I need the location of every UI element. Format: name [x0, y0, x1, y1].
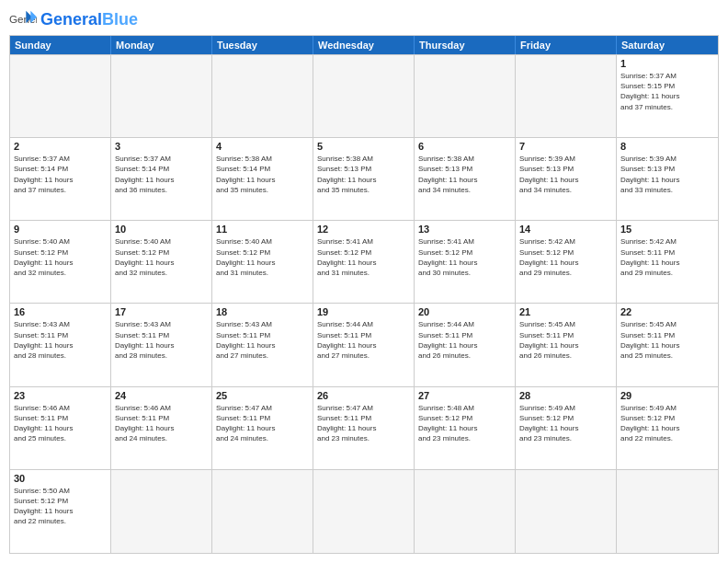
- day-info: Sunrise: 5:41 AM Sunset: 5:12 PM Dayligh…: [418, 236, 511, 278]
- day-number: 20: [418, 306, 511, 317]
- day-info: Sunrise: 5:46 AM Sunset: 5:11 PM Dayligh…: [115, 403, 208, 444]
- day-number: 17: [115, 306, 208, 317]
- day-info: Sunrise: 5:46 AM Sunset: 5:11 PM Dayligh…: [14, 403, 107, 444]
- calendar-cell: 17Sunrise: 5:43 AM Sunset: 5:11 PM Dayli…: [111, 304, 212, 386]
- weekday-header: Wednesday: [313, 36, 415, 54]
- day-number: 13: [418, 224, 511, 235]
- calendar-cell: 27Sunrise: 5:48 AM Sunset: 5:12 PM Dayli…: [415, 387, 516, 470]
- day-number: 23: [14, 390, 107, 401]
- day-info: Sunrise: 5:37 AM Sunset: 5:14 PM Dayligh…: [14, 154, 107, 195]
- logo-text: GeneralBlue: [40, 10, 138, 29]
- calendar: SundayMondayTuesdayWednesdayThursdayFrid…: [9, 35, 719, 554]
- day-number: 22: [620, 306, 714, 317]
- day-number: 21: [519, 306, 612, 317]
- weekday-header: Sunday: [10, 36, 111, 54]
- calendar-cell: [212, 55, 313, 138]
- day-info: Sunrise: 5:38 AM Sunset: 5:14 PM Dayligh…: [216, 154, 309, 195]
- calendar-cell: 5Sunrise: 5:38 AM Sunset: 5:13 PM Daylig…: [313, 138, 415, 221]
- day-info: Sunrise: 5:43 AM Sunset: 5:11 PM Dayligh…: [216, 319, 309, 361]
- day-info: Sunrise: 5:38 AM Sunset: 5:13 PM Dayligh…: [317, 154, 410, 195]
- calendar-cell: 2Sunrise: 5:37 AM Sunset: 5:14 PM Daylig…: [10, 138, 111, 221]
- calendar-cell: [516, 55, 617, 138]
- day-info: Sunrise: 5:43 AM Sunset: 5:11 PM Dayligh…: [115, 319, 208, 361]
- day-number: 19: [317, 306, 410, 317]
- day-number: 26: [317, 390, 410, 401]
- calendar-cell: [10, 55, 111, 138]
- day-number: 28: [519, 390, 612, 401]
- weekday-header: Thursday: [415, 36, 516, 54]
- day-info: Sunrise: 5:40 AM Sunset: 5:12 PM Dayligh…: [216, 236, 309, 278]
- day-number: 2: [14, 141, 107, 152]
- weekday-header: Friday: [516, 36, 617, 54]
- calendar-cell: 16Sunrise: 5:43 AM Sunset: 5:11 PM Dayli…: [10, 304, 111, 386]
- calendar-cell: 30Sunrise: 5:50 AM Sunset: 5:12 PM Dayli…: [10, 470, 111, 553]
- day-number: 30: [14, 473, 107, 484]
- calendar-cell: 23Sunrise: 5:46 AM Sunset: 5:11 PM Dayli…: [10, 387, 111, 470]
- day-info: Sunrise: 5:49 AM Sunset: 5:12 PM Dayligh…: [620, 403, 714, 444]
- day-number: 18: [216, 306, 309, 317]
- day-number: 5: [317, 141, 410, 152]
- calendar-cell: 21Sunrise: 5:45 AM Sunset: 5:11 PM Dayli…: [516, 304, 617, 386]
- calendar-cell: 3Sunrise: 5:37 AM Sunset: 5:14 PM Daylig…: [111, 138, 212, 221]
- calendar-cell: 12Sunrise: 5:41 AM Sunset: 5:12 PM Dayli…: [313, 221, 415, 304]
- day-info: Sunrise: 5:38 AM Sunset: 5:13 PM Dayligh…: [418, 154, 511, 195]
- day-info: Sunrise: 5:44 AM Sunset: 5:11 PM Dayligh…: [317, 319, 410, 361]
- weekday-header: Tuesday: [212, 36, 313, 54]
- day-info: Sunrise: 5:47 AM Sunset: 5:11 PM Dayligh…: [317, 403, 410, 444]
- calendar-cell: 8Sunrise: 5:39 AM Sunset: 5:13 PM Daylig…: [617, 138, 718, 221]
- day-info: Sunrise: 5:40 AM Sunset: 5:12 PM Dayligh…: [14, 236, 107, 278]
- weekday-header: Saturday: [617, 36, 718, 54]
- calendar-cell: [415, 55, 516, 138]
- calendar-cell: 24Sunrise: 5:46 AM Sunset: 5:11 PM Dayli…: [111, 387, 212, 470]
- calendar-cell: 19Sunrise: 5:44 AM Sunset: 5:11 PM Dayli…: [313, 304, 415, 386]
- day-number: 6: [418, 141, 511, 152]
- calendar-header: SundayMondayTuesdayWednesdayThursdayFrid…: [10, 36, 718, 54]
- day-number: 12: [317, 224, 410, 235]
- day-info: Sunrise: 5:37 AM Sunset: 5:15 PM Dayligh…: [620, 71, 714, 112]
- calendar-cell: 1Sunrise: 5:37 AM Sunset: 5:15 PM Daylig…: [617, 55, 718, 138]
- calendar-cell: 20Sunrise: 5:44 AM Sunset: 5:11 PM Dayli…: [415, 304, 516, 386]
- calendar-cell: [415, 470, 516, 553]
- calendar-cell: [313, 470, 415, 553]
- day-info: Sunrise: 5:48 AM Sunset: 5:12 PM Dayligh…: [418, 403, 511, 444]
- day-info: Sunrise: 5:45 AM Sunset: 5:11 PM Dayligh…: [620, 319, 714, 361]
- calendar-cell: 10Sunrise: 5:40 AM Sunset: 5:12 PM Dayli…: [111, 221, 212, 304]
- day-info: Sunrise: 5:37 AM Sunset: 5:14 PM Dayligh…: [115, 154, 208, 195]
- day-number: 11: [216, 224, 309, 235]
- calendar-cell: 15Sunrise: 5:42 AM Sunset: 5:11 PM Dayli…: [617, 221, 718, 304]
- calendar-cell: 28Sunrise: 5:49 AM Sunset: 5:12 PM Dayli…: [516, 387, 617, 470]
- day-number: 16: [14, 306, 107, 317]
- calendar-cell: 13Sunrise: 5:41 AM Sunset: 5:12 PM Dayli…: [415, 221, 516, 304]
- day-info: Sunrise: 5:42 AM Sunset: 5:12 PM Dayligh…: [519, 236, 612, 278]
- day-info: Sunrise: 5:39 AM Sunset: 5:13 PM Dayligh…: [519, 154, 612, 195]
- generalblue-logo-icon: General: [9, 9, 37, 29]
- page: General GeneralBlue SundayMondayTuesdayW…: [0, 0, 728, 563]
- day-number: 27: [418, 390, 511, 401]
- calendar-cell: [516, 470, 617, 553]
- day-number: 15: [620, 224, 714, 235]
- day-number: 14: [519, 224, 612, 235]
- day-number: 25: [216, 390, 309, 401]
- calendar-cell: [313, 55, 415, 138]
- day-info: Sunrise: 5:49 AM Sunset: 5:12 PM Dayligh…: [519, 403, 612, 444]
- day-number: 10: [115, 224, 208, 235]
- day-info: Sunrise: 5:39 AM Sunset: 5:13 PM Dayligh…: [620, 154, 714, 195]
- calendar-cell: 4Sunrise: 5:38 AM Sunset: 5:14 PM Daylig…: [212, 138, 313, 221]
- calendar-cell: [111, 55, 212, 138]
- day-number: 24: [115, 390, 208, 401]
- calendar-cell: 14Sunrise: 5:42 AM Sunset: 5:12 PM Dayli…: [516, 221, 617, 304]
- calendar-cell: [617, 470, 718, 553]
- header: General GeneralBlue: [9, 9, 719, 29]
- day-number: 8: [620, 141, 714, 152]
- day-info: Sunrise: 5:43 AM Sunset: 5:11 PM Dayligh…: [14, 319, 107, 361]
- calendar-cell: 29Sunrise: 5:49 AM Sunset: 5:12 PM Dayli…: [617, 387, 718, 470]
- day-info: Sunrise: 5:42 AM Sunset: 5:11 PM Dayligh…: [620, 236, 714, 278]
- day-number: 1: [620, 58, 714, 69]
- calendar-cell: 7Sunrise: 5:39 AM Sunset: 5:13 PM Daylig…: [516, 138, 617, 221]
- logo: General GeneralBlue: [9, 9, 138, 29]
- day-number: 9: [14, 224, 107, 235]
- day-info: Sunrise: 5:41 AM Sunset: 5:12 PM Dayligh…: [317, 236, 410, 278]
- calendar-cell: 22Sunrise: 5:45 AM Sunset: 5:11 PM Dayli…: [617, 304, 718, 386]
- day-number: 7: [519, 141, 612, 152]
- day-info: Sunrise: 5:44 AM Sunset: 5:11 PM Dayligh…: [418, 319, 511, 361]
